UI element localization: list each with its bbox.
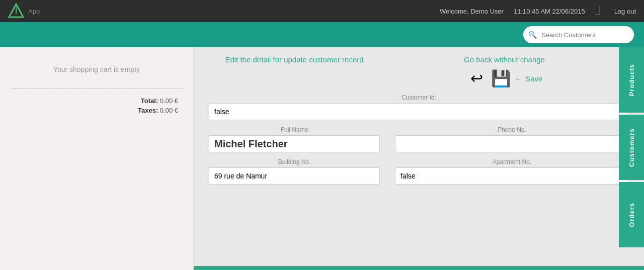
customer-id-input[interactable]: [209, 103, 629, 120]
top-bar-right: Welcome, Demo User 11:10:45 AM 22/06/201…: [440, 6, 636, 17]
full-name-col: Full Name: [209, 126, 380, 158]
customer-id-label: Customer Id:: [209, 94, 629, 101]
form-title: Edit the detail for update customer reco…: [209, 55, 380, 64]
form-title-area: Edit the detail for update customer reco…: [209, 55, 380, 72]
building-apartment-row: Building No. Apartment No.: [209, 158, 629, 191]
building-col: Building No.: [209, 158, 380, 191]
form-section: Edit the detail for update customer reco…: [194, 47, 644, 199]
search-container: 🔍: [523, 26, 634, 43]
save-button[interactable]: 💾: [491, 68, 512, 89]
undo-button[interactable]: ↩: [466, 68, 488, 89]
full-name-label: Full Name: [209, 126, 380, 133]
phone-no-input[interactable]: [395, 135, 629, 152]
cart-divider: [10, 88, 183, 89]
welcome-text: Welcome, Demo User: [440, 8, 504, 15]
search-icon: 🔍: [528, 31, 537, 39]
right-tabs: Products Customers Orders: [619, 47, 644, 270]
taxes-value: 0.00 €: [160, 107, 178, 114]
logout-button[interactable]: Log out: [614, 8, 636, 15]
apartment-no-label: Apartment No.: [395, 158, 629, 165]
apartment-no-input[interactable]: [395, 167, 629, 185]
cart-empty-message: Your shopping cart is empty: [10, 65, 183, 73]
total-label: Total:: [141, 97, 158, 105]
search-input[interactable]: [523, 26, 634, 43]
search-bar: 🔍: [0, 22, 644, 47]
full-name-input[interactable]: [209, 135, 380, 152]
cart-total-row: Total: 0.00 €: [10, 97, 178, 105]
top-bar-left: App: [8, 3, 40, 19]
taxes-label: Taxes:: [138, 107, 158, 114]
phone-no-label: Phone No.: [395, 126, 629, 133]
building-no-input[interactable]: [209, 167, 380, 185]
go-back-row: Go back without change: [464, 55, 545, 64]
tab-products-label: Products: [628, 64, 635, 96]
tab-orders-label: Orders: [628, 203, 635, 227]
tab-customers[interactable]: Customers: [619, 115, 644, 180]
customer-id-group: Customer Id:: [209, 94, 629, 120]
rss-icon: ⏌: [595, 6, 604, 17]
total-value: 0.00 €: [160, 97, 178, 105]
cart-taxes-row: Taxes: 0.00 €: [10, 107, 178, 114]
building-no-group: Building No.: [209, 158, 380, 185]
save-label: Save: [525, 74, 542, 83]
phone-col: Phone No.: [395, 126, 629, 158]
apartment-col: Apartment No.: [395, 158, 629, 191]
phone-no-group: Phone No.: [395, 126, 629, 152]
apartment-no-group: Apartment No.: [395, 158, 629, 185]
tab-orders[interactable]: Orders: [619, 182, 644, 247]
actions-header: Edit the detail for update customer reco…: [209, 55, 629, 89]
go-back-link[interactable]: Go back without change: [464, 55, 545, 64]
datetime-text: 11:10:45 AM 22/06/2015: [514, 8, 585, 15]
content-area: Edit the detail for update customer reco…: [194, 47, 644, 270]
cart-totals: Total: 0.00 € Taxes: 0.00 €: [10, 97, 183, 114]
main-layout: Your shopping cart is empty Total: 0.00 …: [0, 47, 644, 270]
building-no-label: Building No.: [209, 158, 380, 165]
app-name: App: [28, 8, 40, 15]
right-header: Go back without change ↩ 💾 ← Save: [380, 55, 629, 89]
tab-customers-label: Customers: [628, 128, 635, 167]
tab-products[interactable]: Products: [619, 47, 644, 113]
full-name-group: Full Name: [209, 126, 380, 152]
save-row: ↩ 💾 ← Save: [466, 68, 542, 89]
full-name-phone-row: Full Name Phone No.: [209, 126, 629, 158]
logo-icon: [8, 3, 24, 19]
bottom-green-bar: [194, 266, 644, 270]
save-arrow-label: ←: [515, 74, 522, 83]
cart-sidebar: Your shopping cart is empty Total: 0.00 …: [0, 47, 194, 270]
top-bar: App Welcome, Demo User 11:10:45 AM 22/06…: [0, 0, 644, 22]
